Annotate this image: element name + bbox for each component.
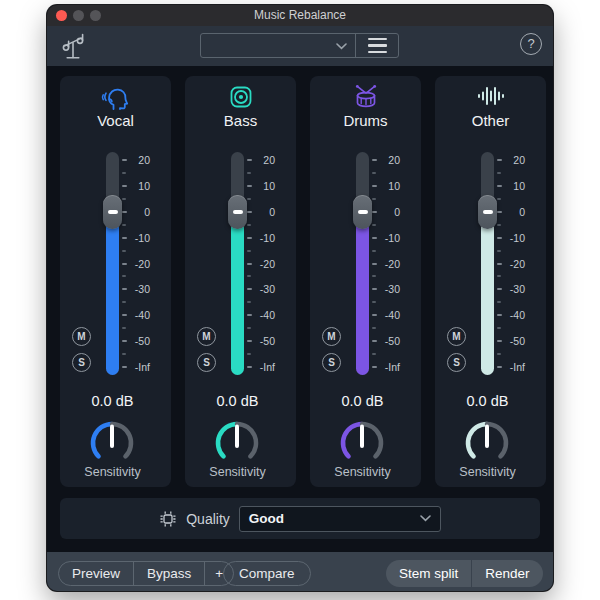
- fader-tick-label: 0: [252, 206, 275, 218]
- fader-minor-tick: [247, 224, 251, 226]
- hamburger-icon: [368, 38, 387, 40]
- channel-label: Other: [435, 112, 546, 129]
- chevron-down-icon: [420, 515, 431, 522]
- window-title: Music Rebalance: [47, 5, 553, 26]
- fader-tick-label: -10: [127, 232, 150, 244]
- fader-handle-line: [483, 210, 493, 214]
- toolbar: ?: [47, 26, 553, 66]
- fader-track[interactable]: [231, 152, 244, 375]
- fader-scale: 20100-10-20-30-40-50-Inf: [247, 152, 277, 375]
- fader-tick-label: -30: [377, 283, 400, 295]
- fader-track[interactable]: [481, 152, 494, 375]
- stem-split-button[interactable]: Stem split: [386, 560, 471, 587]
- fader-minor-tick: [372, 224, 376, 226]
- solo-button[interactable]: S: [447, 353, 466, 372]
- compare-button[interactable]: Compare: [223, 561, 311, 586]
- drums-icon: [351, 83, 381, 111]
- fader-minor-tick: [372, 250, 376, 252]
- sensitivity-knob[interactable]: [213, 419, 261, 467]
- fader-track[interactable]: [106, 152, 119, 375]
- fader-handle[interactable]: [228, 195, 247, 229]
- help-button[interactable]: ?: [520, 33, 542, 55]
- plugin-window: Music Rebalance: [47, 5, 553, 591]
- fader-handle[interactable]: [478, 195, 497, 229]
- preset-menu-button[interactable]: [356, 34, 398, 57]
- main-content: Vocal 20100-10-20-30-40-50-Inf M S 0.0 d…: [47, 66, 553, 552]
- fader-minor-tick: [497, 275, 501, 277]
- fader-minor-tick: [122, 275, 126, 277]
- fader-minor-tick: [497, 301, 501, 303]
- fader-fill: [481, 212, 494, 375]
- fader-minor-tick: [497, 224, 501, 226]
- render-button[interactable]: Render: [471, 560, 542, 587]
- mute-button[interactable]: M: [322, 327, 341, 346]
- music-rebalance-icon: [60, 32, 86, 62]
- fader-minor-tick: [497, 327, 501, 329]
- preview-button[interactable]: Preview: [59, 562, 133, 585]
- fader-track[interactable]: [356, 152, 369, 375]
- channel-strips: Vocal 20100-10-20-30-40-50-Inf M S 0.0 d…: [60, 76, 546, 487]
- sensitivity-label: Sensitivity: [60, 465, 165, 479]
- fader-handle[interactable]: [353, 195, 372, 229]
- chevron-down-icon: [336, 43, 347, 50]
- fader-tick-label: -10: [502, 232, 525, 244]
- fader-tick-label: -40: [502, 309, 525, 321]
- sensitivity-knob[interactable]: [88, 419, 136, 467]
- sensitivity-label: Sensitivity: [435, 465, 540, 479]
- solo-button[interactable]: S: [322, 353, 341, 372]
- fader-tick-label: -20: [377, 258, 400, 270]
- fader-minor-tick: [247, 327, 251, 329]
- fader-handle-line: [108, 210, 118, 214]
- vocal-icon: [100, 83, 132, 111]
- preview-button-group: Preview Bypass +: [58, 561, 234, 586]
- fader-fill: [356, 212, 369, 375]
- fader-minor-tick: [372, 327, 376, 329]
- bass-speaker-icon: [227, 83, 255, 111]
- channel-label: Bass: [185, 112, 296, 129]
- bypass-button[interactable]: Bypass: [133, 562, 204, 585]
- sensitivity-knob[interactable]: [338, 419, 386, 467]
- sensitivity-knob[interactable]: [463, 419, 511, 467]
- quality-dropdown[interactable]: Good: [239, 506, 441, 532]
- preset-dropdown[interactable]: [201, 34, 356, 57]
- fader-scale: 20100-10-20-30-40-50-Inf: [122, 152, 152, 375]
- fader-tick-label: 10: [252, 180, 275, 192]
- channel-label: Drums: [310, 112, 421, 129]
- fader-minor-tick: [247, 172, 251, 174]
- preset-group: [200, 33, 399, 58]
- waveform-icon: [476, 83, 506, 109]
- close-window-button[interactable]: [56, 10, 67, 21]
- solo-button[interactable]: S: [197, 353, 216, 372]
- minimize-window-button[interactable]: [73, 10, 84, 21]
- gain-value: 0.0 dB: [60, 393, 165, 409]
- channel-strip-drums: Drums 20100-10-20-30-40-50-Inf M S 0.0 d…: [310, 76, 421, 487]
- fader-tick-label: -50: [252, 335, 275, 347]
- sensitivity-label: Sensitivity: [185, 465, 290, 479]
- zoom-window-button[interactable]: [90, 10, 101, 21]
- fader-minor-tick: [122, 301, 126, 303]
- titlebar: Music Rebalance: [47, 5, 553, 26]
- fader-tick-label: 0: [377, 206, 400, 218]
- fader-tick-label: -10: [377, 232, 400, 244]
- fader-handle-line: [358, 210, 368, 214]
- fader-tick-label: -30: [252, 283, 275, 295]
- fader-minor-tick: [247, 301, 251, 303]
- fader-tick-label: -40: [252, 309, 275, 321]
- fader-tick-label: 10: [127, 180, 150, 192]
- mute-button[interactable]: M: [447, 327, 466, 346]
- quality-label: Quality: [186, 511, 230, 527]
- fader-tick-label: 0: [127, 206, 150, 218]
- solo-button[interactable]: S: [72, 353, 91, 372]
- fader-handle-line: [233, 210, 243, 214]
- fader-minor-tick: [122, 224, 126, 226]
- fader-fill: [231, 212, 244, 375]
- fader-tick-label: 10: [377, 180, 400, 192]
- gain-value: 0.0 dB: [310, 393, 415, 409]
- mute-button[interactable]: M: [197, 327, 216, 346]
- gain-value: 0.0 dB: [435, 393, 540, 409]
- mute-button[interactable]: M: [72, 327, 91, 346]
- channel-strip-bass: Bass 20100-10-20-30-40-50-Inf M S 0.0 dB…: [185, 76, 296, 487]
- quality-panel: Quality Good: [60, 498, 540, 539]
- fader-minor-tick: [122, 327, 126, 329]
- fader-handle[interactable]: [103, 195, 122, 229]
